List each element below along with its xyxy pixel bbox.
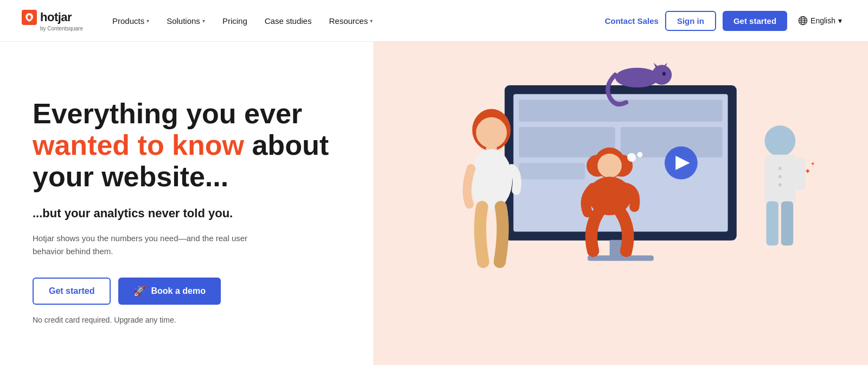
hotjar-logo-icon [22, 10, 37, 25]
svg-point-36 [627, 153, 636, 162]
hero-section: Everything you ever wanted to know about… [0, 42, 868, 365]
svg-point-42 [470, 149, 512, 210]
headline-line3: your website... [33, 161, 228, 192]
headline-line2: about [252, 129, 329, 161]
logo[interactable]: hotjar by Contentsquare [22, 10, 83, 32]
language-selector[interactable]: English ▾ [794, 12, 846, 29]
rocket-icon: 🚀 [133, 285, 145, 297]
headline-line1: Everything you ever [33, 98, 302, 129]
get-started-nav-button[interactable]: Get started [723, 11, 787, 31]
nav-actions: Contact Sales Sign in Get started Englis… [605, 11, 846, 31]
svg-point-22 [764, 125, 795, 156]
svg-point-19 [662, 72, 666, 75]
logo-sub: by Contentsquare [40, 26, 83, 32]
chevron-down-icon: ▾ [146, 18, 149, 24]
hero-left: Everything you ever wanted to know about… [0, 42, 373, 365]
hero-illustration: ✦ ✦ [373, 42, 868, 365]
svg-rect-24 [767, 202, 778, 246]
svg-rect-21 [588, 255, 654, 261]
svg-point-37 [637, 152, 642, 158]
svg-rect-12 [519, 163, 585, 179]
svg-rect-26 [795, 158, 805, 191]
globe-icon [798, 16, 808, 26]
headline-highlight: wanted to know [33, 129, 244, 161]
svg-text:✦: ✦ [805, 167, 811, 175]
book-demo-button[interactable]: 🚀 Book a demo [118, 278, 220, 305]
language-label: English [810, 16, 835, 25]
hero-subheadline: ...but your analytics never told you. [33, 206, 352, 222]
svg-point-29 [778, 183, 782, 186]
svg-point-40 [476, 117, 507, 148]
hero-svg: ✦ ✦ [373, 42, 868, 365]
chevron-down-icon: ▾ [838, 16, 842, 25]
svg-point-27 [778, 167, 782, 170]
svg-point-35 [597, 154, 622, 178]
svg-rect-23 [764, 155, 795, 204]
chevron-down-icon: ▾ [202, 18, 205, 24]
svg-point-28 [778, 175, 782, 178]
book-demo-label: Book a demo [151, 286, 205, 296]
hero-description: Hotjar shows you the numbers you need—an… [33, 232, 250, 258]
chevron-down-icon: ▾ [370, 18, 373, 24]
navbar: hotjar by Contentsquare Products ▾ Solut… [0, 0, 868, 42]
nav-links: Products ▾ Solutions ▾ Pricing Case stud… [105, 12, 605, 30]
nav-item-resources[interactable]: Resources ▾ [321, 12, 380, 30]
sign-in-button[interactable]: Sign in [665, 11, 716, 31]
get-started-button[interactable]: Get started [33, 278, 111, 305]
hero-buttons: Get started 🚀 Book a demo [33, 278, 352, 305]
nav-item-pricing[interactable]: Pricing [215, 12, 255, 30]
svg-text:✦: ✦ [810, 161, 815, 167]
nav-item-case-studies[interactable]: Case studies [257, 12, 320, 30]
nav-item-products[interactable]: Products ▾ [105, 12, 157, 30]
contact-sales-link[interactable]: Contact Sales [605, 16, 659, 26]
svg-rect-25 [781, 202, 793, 246]
logo-text: hotjar [40, 10, 72, 24]
hero-headline: Everything you ever wanted to know about… [33, 98, 352, 193]
nav-item-solutions[interactable]: Solutions ▾ [159, 12, 213, 30]
no-credit-card-text: No credit card required. Upgrade any tim… [33, 316, 352, 324]
